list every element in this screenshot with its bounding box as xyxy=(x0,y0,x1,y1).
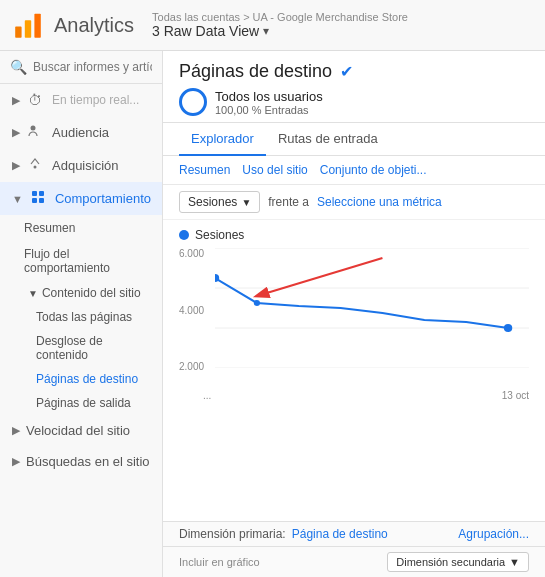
content-title: Páginas de destino ✔ xyxy=(179,61,529,82)
contenido-sitio-subitems: Todas las páginas Desglose de contenido … xyxy=(0,305,162,415)
top-header: Analytics Todas las cuentas > UA - Googl… xyxy=(0,0,545,51)
dim-secondary-label: Dimensión secundaria xyxy=(396,556,505,568)
chart-legend: Sesiones xyxy=(179,228,529,242)
dimension-bar: Dimensión primaria: Página de destino Ag… xyxy=(163,521,545,546)
dimension-primary-value[interactable]: Página de destino xyxy=(292,527,388,541)
svg-rect-7 xyxy=(32,198,37,203)
sidebar: 🔍 ▶ ⏱ En tiempo real... ▶ Audiencia ▶ xyxy=(0,51,163,577)
tab-rutas-entrada[interactable]: Rutas de entrada xyxy=(266,123,390,156)
sub-tab-resumen[interactable]: Resumen xyxy=(179,160,230,180)
legend-dot xyxy=(179,230,189,240)
x-label-start: ... xyxy=(203,390,211,401)
page-title: Páginas de destino xyxy=(179,61,332,82)
expand-arrow-adquisicion: ▶ xyxy=(12,159,20,172)
sidebar-label-comportamiento: Comportamiento xyxy=(55,191,151,206)
y-label-4000: 4.000 xyxy=(179,305,211,316)
svg-rect-1 xyxy=(25,20,31,38)
content-header: Páginas de destino ✔ Todos los usuarios … xyxy=(163,51,545,123)
analytics-logo-icon xyxy=(12,9,44,41)
view-selector[interactable]: 3 Raw Data View ▾ xyxy=(152,23,408,39)
sidebar-item-desglose[interactable]: Desglose de contenido xyxy=(0,329,162,367)
comportamiento-subitems: Resumen Flujo del comportamiento ▼ Conte… xyxy=(0,215,162,415)
sidebar-label-adquisicion: Adquisición xyxy=(52,158,119,173)
search-bar[interactable]: 🔍 xyxy=(0,51,162,84)
chart-svg-wrap: 6.000 4.000 2.000 xyxy=(179,248,529,388)
expand-arrow-velocidad: ▶ xyxy=(12,424,20,437)
legend-label: Sesiones xyxy=(195,228,244,242)
svg-point-3 xyxy=(31,126,36,131)
view-dropdown-arrow: ▾ xyxy=(263,24,269,38)
segment-info: Todos los usuarios 100,00 % Entradas xyxy=(215,89,323,116)
breadcrumb-path: Todas las cuentas > UA - Google Merchand… xyxy=(152,11,408,23)
expand-arrow-busquedas: ▶ xyxy=(12,455,20,468)
y-labels: 6.000 4.000 2.000 xyxy=(179,248,211,388)
select-metrica[interactable]: Seleccione una métrica xyxy=(317,195,442,209)
metric-dropdown-label: Sesiones xyxy=(188,195,237,209)
segment-bar: Todos los usuarios 100,00 % Entradas xyxy=(179,88,529,116)
dimension-primary-label: Dimensión primaria: xyxy=(179,527,286,541)
svg-rect-8 xyxy=(39,198,44,203)
sidebar-item-busquedas[interactable]: ▶ Búsquedas en el sitio xyxy=(0,446,162,477)
expand-arrow-comportamiento: ▼ xyxy=(12,193,23,205)
x-labels: ... 13 oct xyxy=(179,388,529,401)
tab-explorador[interactable]: Explorador xyxy=(179,123,266,156)
tab-row: Explorador Rutas de entrada xyxy=(163,123,545,156)
sidebar-subitem-flujo[interactable]: Flujo del comportamiento xyxy=(0,241,162,281)
svg-rect-5 xyxy=(32,191,37,196)
sidebar-item-paginas-destino[interactable]: Páginas de destino xyxy=(0,367,162,391)
en-tiempo-real-icon: ⏱ xyxy=(26,92,44,108)
content-area: Páginas de destino ✔ Todos los usuarios … xyxy=(163,51,545,577)
svg-rect-0 xyxy=(15,27,21,38)
sub-tab-conjunto[interactable]: Conjunto de objeti... xyxy=(320,160,427,180)
sidebar-item-paginas-salida[interactable]: Páginas de salida xyxy=(0,391,162,415)
metric-dropdown[interactable]: Sesiones ▼ xyxy=(179,191,260,213)
sidebar-label-contenido-sitio: Contenido del sitio xyxy=(42,286,141,300)
app-title: Analytics xyxy=(54,14,134,37)
x-label-end: 13 oct xyxy=(502,390,529,401)
y-label-6000: 6.000 xyxy=(179,248,211,259)
search-input[interactable] xyxy=(33,60,152,74)
svg-line-16 xyxy=(257,258,383,296)
sidebar-subitem-resumen[interactable]: Resumen xyxy=(0,215,162,241)
verified-icon: ✔ xyxy=(340,62,353,81)
y-label-2000: 2.000 xyxy=(179,361,211,372)
search-icon: 🔍 xyxy=(10,59,27,75)
sidebar-item-todas-las-paginas[interactable]: Todas las páginas xyxy=(0,305,162,329)
include-label: Incluir en gráfico xyxy=(179,556,260,568)
breadcrumb-view: Todas las cuentas > UA - Google Merchand… xyxy=(152,11,408,39)
frente-a-label: frente a xyxy=(268,195,309,209)
adquisicion-icon xyxy=(26,157,44,174)
chart-svg xyxy=(215,248,529,368)
segment-circle xyxy=(179,88,207,116)
sidebar-item-en-tiempo-real[interactable]: ▶ ⏱ En tiempo real... xyxy=(0,84,162,116)
segment-pct: 100,00 % Entradas xyxy=(215,104,323,116)
dim-secondary-dropdown[interactable]: Dimensión secundaria ▼ xyxy=(387,552,529,572)
sidebar-item-audiencia[interactable]: ▶ Audiencia xyxy=(0,116,162,149)
expand-arrow-audiencia: ▶ xyxy=(12,126,20,139)
sidebar-label-en-tiempo-real: En tiempo real... xyxy=(52,93,139,107)
segment-name: Todos los usuarios xyxy=(215,89,323,104)
svg-point-14 xyxy=(254,300,260,306)
svg-rect-6 xyxy=(39,191,44,196)
metric-dropdown-arrow: ▼ xyxy=(241,197,251,208)
expand-arrow-contenido: ▼ xyxy=(28,288,38,299)
comportamiento-icon xyxy=(29,190,47,207)
sub-tab-uso-sitio[interactable]: Uso del sitio xyxy=(242,160,307,180)
sidebar-contenido-sitio-header[interactable]: ▼ Contenido del sitio xyxy=(0,281,162,305)
include-bar: Incluir en gráfico Dimensión secundaria … xyxy=(163,546,545,577)
main-body: 🔍 ▶ ⏱ En tiempo real... ▶ Audiencia ▶ xyxy=(0,51,545,577)
agrupacion-link[interactable]: Agrupación... xyxy=(458,527,529,541)
audiencia-icon xyxy=(26,124,44,141)
sidebar-label-busquedas: Búsquedas en el sitio xyxy=(26,454,150,469)
chart-area: Sesiones 6.000 4.000 2.000 xyxy=(163,220,545,521)
sidebar-item-velocidad[interactable]: ▶ Velocidad del sitio xyxy=(0,415,162,446)
svg-point-15 xyxy=(504,324,512,332)
expand-arrow-en-tiempo-real: ▶ xyxy=(12,94,20,107)
view-name: 3 Raw Data View xyxy=(152,23,259,39)
svg-point-4 xyxy=(34,166,37,169)
sidebar-item-comportamiento[interactable]: ▼ Comportamiento xyxy=(0,182,162,215)
sidebar-label-velocidad: Velocidad del sitio xyxy=(26,423,130,438)
sidebar-item-adquisicion[interactable]: ▶ Adquisición xyxy=(0,149,162,182)
svg-rect-2 xyxy=(34,14,40,38)
dim-secondary-arrow: ▼ xyxy=(509,556,520,568)
